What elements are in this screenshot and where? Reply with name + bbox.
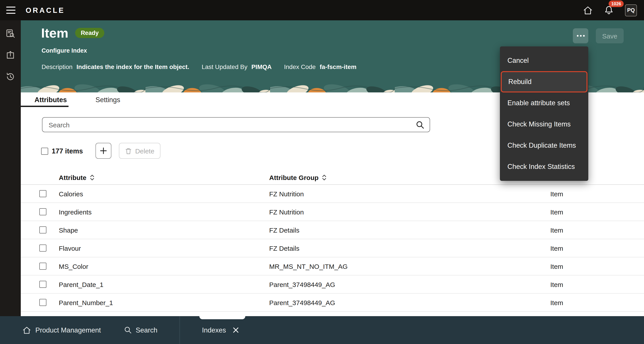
table-row[interactable]: Parent_Date_1 Parent_37498449_AG Item (21, 276, 644, 294)
cell-object: Item (550, 244, 644, 252)
cell-attribute-group: FZ Nutrition (269, 208, 550, 216)
attribute-search (42, 117, 430, 132)
table-body: Calories FZ Nutrition Item Ingredients F… (21, 185, 644, 316)
oracle-logo: ORACLE (26, 6, 65, 14)
more-actions-button[interactable] (573, 28, 588, 43)
table-row[interactable]: Flavour FZ Details Item (21, 239, 644, 257)
menu-item-check-index-statistics[interactable]: Check Index Statistics (500, 156, 588, 177)
cell-attribute: MS_Color (59, 262, 269, 270)
plus-icon (100, 147, 108, 155)
sidebar-item-history[interactable] (2, 68, 18, 84)
menu-item-check-duplicate-items[interactable]: Check Duplicate Items (500, 135, 588, 156)
row-checkbox[interactable] (39, 190, 46, 197)
close-tab-button[interactable] (232, 326, 240, 334)
active-tab-indicator (21, 106, 68, 107)
status-badge: Ready (75, 28, 104, 38)
bottombar-product-management[interactable]: Product Management (22, 316, 101, 344)
row-checkbox[interactable] (39, 299, 46, 306)
row-checkbox[interactable] (39, 244, 46, 252)
sort-icon[interactable] (90, 174, 94, 180)
menu-item-rebuild[interactable]: Rebuild (501, 71, 588, 92)
delete-label: Delete (135, 147, 154, 154)
table-row[interactable]: Shape FZ Details Item (21, 221, 644, 239)
table-row[interactable]: MS_Color MR_MS_NT_NO_ITM_AG Item (21, 257, 644, 276)
description-label: Description (42, 63, 72, 70)
last-updated-value: PIMQA (251, 63, 272, 70)
save-button[interactable]: Save (596, 28, 624, 43)
title-row: Item Ready (41, 26, 104, 40)
cell-attribute-group: Parent_37498449_AG (269, 280, 550, 288)
cell-object: Item (550, 299, 644, 306)
last-updated-label: Last Updated By (202, 63, 247, 70)
index-code-value: fa-fscm-item (320, 63, 356, 70)
notifications: 1026 (604, 5, 614, 15)
bottombar: Product Management Search Indexes (0, 316, 644, 344)
table-row[interactable]: Ingredients FZ Nutrition Item (21, 203, 644, 221)
ellipsis-icon (576, 34, 585, 37)
sidebar-item-import[interactable] (2, 47, 18, 63)
search-label: Search (136, 326, 157, 334)
cell-object: Item (550, 262, 644, 270)
bottombar-tab-indexes[interactable]: Indexes (202, 316, 240, 344)
tab-settings[interactable]: Settings (96, 96, 120, 104)
sidebar-item-index-search[interactable] (2, 25, 18, 41)
cell-attribute: Calories (59, 190, 269, 198)
table-row[interactable]: Calories FZ Nutrition Item (21, 185, 644, 203)
avatar[interactable]: PQ (625, 4, 637, 16)
cell-object: Item (550, 226, 644, 234)
close-icon (233, 327, 239, 333)
row-checkbox[interactable] (39, 208, 46, 215)
table-row-partial[interactable] (21, 312, 644, 316)
app-window: ORACLE 1026 PQ Item Re (0, 0, 644, 344)
cell-object: Item (550, 280, 644, 288)
indexes-tab-label: Indexes (202, 326, 226, 334)
column-header-attribute[interactable]: Attribute (59, 174, 269, 181)
trash-icon (125, 147, 132, 154)
search-input[interactable] (48, 120, 416, 129)
index-code-label: Index Code (284, 63, 316, 70)
hamburger-menu-button[interactable] (0, 0, 21, 20)
product-management-label: Product Management (35, 326, 101, 334)
topbar: ORACLE 1026 PQ (0, 0, 644, 20)
add-attribute-button[interactable] (96, 143, 112, 159)
menu-item-cancel[interactable]: Cancel (500, 50, 588, 71)
cell-attribute: Shape (59, 226, 269, 234)
cell-attribute-group: Parent_37498449_AG (269, 299, 550, 306)
table-row[interactable]: Parent_Number_1 Parent_37498449_AG Item (21, 294, 644, 312)
header-meta: Description Indicates the index for the … (42, 63, 369, 70)
bottombar-divider (180, 316, 180, 344)
hamburger-icon (6, 7, 15, 8)
sidebar (0, 20, 21, 321)
actions-dropdown-menu: Cancel Rebuild Enable attribute sets Che… (500, 46, 588, 181)
upload-box-icon (5, 50, 16, 60)
notification-badge[interactable]: 1026 (609, 0, 624, 7)
topbar-actions: 1026 PQ (583, 0, 644, 20)
menu-item-check-missing-items[interactable]: Check Missing Items (500, 114, 588, 135)
tab-attributes[interactable]: Attributes (34, 96, 67, 104)
home-icon (583, 6, 593, 15)
sort-icon[interactable] (322, 174, 326, 180)
search-icon (124, 326, 132, 334)
bottombar-search[interactable]: Search (124, 316, 157, 344)
row-checkbox[interactable] (39, 263, 46, 270)
description-value: Indicates the index for the Item object. (76, 63, 189, 70)
cell-attribute-group: FZ Details (269, 226, 550, 234)
row-checkbox[interactable] (39, 281, 46, 288)
cell-attribute-group: MR_MS_NT_NO_ITM_AG (269, 262, 550, 270)
home-icon (22, 326, 31, 334)
menu-item-enable-attribute-sets[interactable]: Enable attribute sets (500, 92, 588, 114)
search-icon[interactable] (416, 120, 424, 129)
items-count: 177 items (52, 148, 83, 155)
cell-attribute-group: FZ Details (269, 244, 550, 252)
delete-button[interactable]: Delete (119, 143, 160, 159)
cell-attribute: Flavour (59, 244, 269, 252)
document-search-icon (5, 28, 16, 38)
home-button[interactable] (583, 6, 593, 15)
row-checkbox[interactable] (39, 226, 46, 234)
cell-attribute-group: FZ Nutrition (269, 190, 550, 198)
page-subtitle: Configure Index (42, 47, 87, 54)
select-all-checkbox[interactable] (41, 148, 48, 155)
cell-object: Item (550, 208, 644, 216)
cell-object: Item (550, 190, 644, 198)
cell-attribute: Parent_Number_1 (59, 299, 269, 306)
